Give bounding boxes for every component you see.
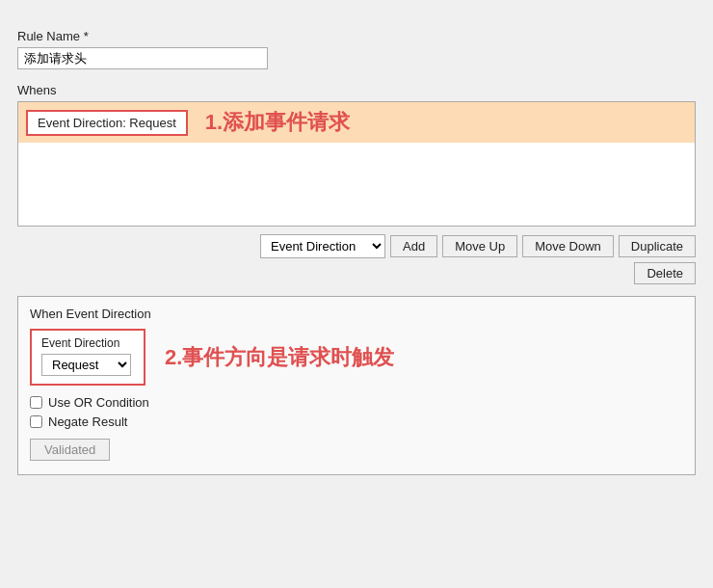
whens-section: Whens Event Direction: Request 1.添加事件请求 xyxy=(17,83,696,227)
negate-checkbox[interactable] xyxy=(30,415,42,428)
delete-row: Delete xyxy=(17,262,696,284)
event-direction-box: Event Direction Request Response xyxy=(30,329,145,386)
annotation1: 1.添加事件请求 xyxy=(205,108,350,137)
event-direction-select[interactable]: Request Response xyxy=(41,354,131,376)
event-dir-row: Event Direction Request Response 2.事件方向是… xyxy=(30,329,683,386)
move-down-button[interactable]: Move Down xyxy=(522,235,614,257)
move-up-button[interactable]: Move Up xyxy=(442,235,517,257)
when-section-title: When Event Direction xyxy=(30,307,683,321)
rule-name-section: Rule Name * xyxy=(17,29,696,69)
rule-name-input[interactable] xyxy=(17,47,268,69)
duplicate-button[interactable]: Duplicate xyxy=(619,235,696,257)
toolbar-row: Event Direction Add Move Up Move Down Du… xyxy=(17,234,696,258)
negate-row: Negate Result xyxy=(30,414,683,429)
event-direction-select-toolbar[interactable]: Event Direction xyxy=(260,234,385,258)
annotation2: 2.事件方向是请求时触发 xyxy=(165,343,394,372)
use-or-label: Use OR Condition xyxy=(48,395,149,410)
add-button[interactable]: Add xyxy=(390,235,437,257)
rule-name-label: Rule Name * xyxy=(17,29,696,43)
whens-item[interactable]: Event Direction: Request xyxy=(26,110,188,136)
validated-button[interactable]: Validated xyxy=(30,439,110,461)
negate-label: Negate Result xyxy=(48,414,127,429)
whens-box: Event Direction: Request 1.添加事件请求 xyxy=(17,101,696,227)
use-or-row: Use OR Condition xyxy=(30,395,683,410)
use-or-checkbox[interactable] xyxy=(30,396,42,409)
event-direction-box-label: Event Direction xyxy=(41,336,134,350)
delete-button[interactable]: Delete xyxy=(634,262,696,284)
whens-row[interactable]: Event Direction: Request 1.添加事件请求 xyxy=(18,102,695,143)
when-event-direction-section: When Event Direction Event Direction Req… xyxy=(17,296,696,475)
whens-label: Whens xyxy=(17,83,696,97)
